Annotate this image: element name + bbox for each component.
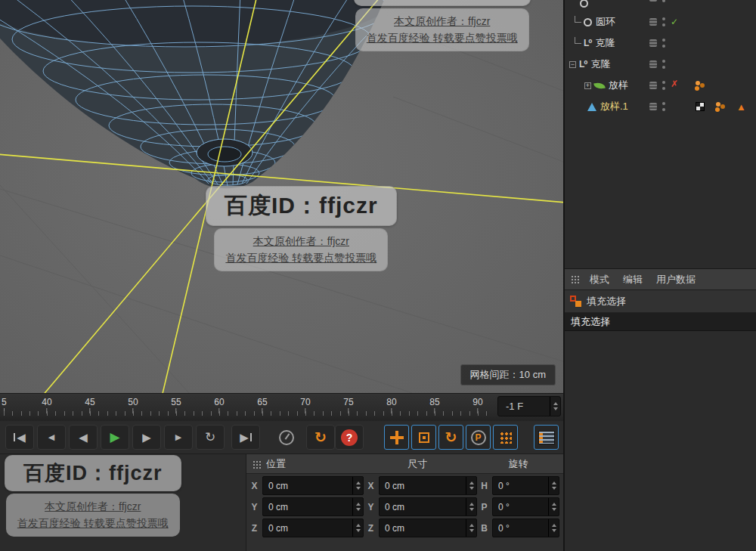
size-z-input[interactable]: 0 cm [379, 518, 477, 537]
collapse-icon[interactable]: − [569, 61, 576, 68]
tree-elbow [575, 16, 581, 23]
object-label: 放样.1 [600, 100, 628, 113]
stepper[interactable] [466, 498, 476, 515]
previous-key-button[interactable]: ◀ [37, 425, 66, 450]
c4d-window: 网格间距：10 cm 百度ID：ffjczr 本文原创作者：ffjczr 首发百… [0, 0, 756, 551]
stepper[interactable] [548, 498, 559, 515]
position-y-input[interactable]: 0 cm [262, 497, 364, 516]
playback-group: ◀ ◀ ◀ ▶ ▶ ▶ ↻ [5, 425, 225, 450]
key-rotation-button[interactable]: ↻ [438, 425, 463, 450]
viewport-3d[interactable]: 网格间距：10 cm [0, 0, 563, 393]
go-to-end-button[interactable]: ▶ [231, 425, 260, 450]
object-row-clone-2[interactable]: − L⁰ 克隆 [565, 54, 756, 75]
object-row-loft-1[interactable]: 放样.1 ▲ [565, 96, 756, 117]
dot-grid-icon [499, 431, 512, 444]
frame-value: -1 F [506, 401, 523, 412]
rotation-p-input[interactable]: 0 ° [492, 497, 559, 516]
fill-selection-row[interactable]: 填充选择 [565, 290, 756, 313]
visibility-dots[interactable] [662, 102, 665, 111]
previous-frame-button[interactable]: ◀ [69, 425, 98, 450]
current-frame-input[interactable]: -1 F [497, 396, 561, 416]
axis-label: X [367, 481, 375, 491]
panel-handle-icon [571, 275, 579, 283]
help-button[interactable]: ? [335, 425, 364, 450]
object-row-loft[interactable]: + 放样 ✗ [565, 75, 756, 96]
key-parameter-button[interactable]: P [466, 425, 491, 450]
axis-label: P [480, 502, 488, 512]
material-balls-icon[interactable] [716, 102, 720, 107]
timeline-ruler[interactable]: 5 40 45 50 55 60 65 70 75 80 85 90 [0, 393, 563, 421]
object-row-circle[interactable]: 圆环 ✓ [565, 11, 756, 33]
disabled-cross-icon[interactable]: ✗ [671, 79, 684, 92]
size-header: 尺寸 [361, 457, 473, 471]
play-button[interactable]: ▶ [101, 425, 129, 450]
object-label: 圆环 [596, 15, 615, 29]
fill-selection-label: 填充选择 [587, 295, 626, 308]
move-cross-icon [390, 431, 404, 444]
position-z-input[interactable]: 0 cm [262, 518, 364, 537]
loft-object-icon [587, 103, 596, 111]
layer-icon[interactable] [649, 60, 657, 68]
coordinates-header: 位置 尺寸 旋转 [246, 454, 563, 474]
loop-mode-button[interactable]: ↻ [196, 425, 225, 450]
key-position-button[interactable] [384, 425, 409, 450]
checkerboard-icon[interactable] [696, 102, 705, 111]
time-button[interactable] [272, 425, 301, 450]
layer-icon[interactable] [649, 82, 657, 89]
tab-edit[interactable]: 编辑 [623, 273, 643, 286]
stepper[interactable] [352, 519, 363, 537]
visibility-dots[interactable] [662, 17, 665, 26]
next-frame-button[interactable]: ▶ [132, 425, 161, 450]
tab-user-data[interactable]: 用户数据 [656, 273, 696, 286]
fill-selection-icon [570, 296, 581, 307]
material-tag [696, 81, 700, 90]
next-key-button[interactable]: ▶ [164, 425, 193, 450]
rotation-b-input[interactable]: 0 ° [492, 518, 559, 537]
object-row-clipped[interactable]: ✓ [565, 0, 756, 11]
minor-ticks [0, 411, 491, 416]
layer-icon[interactable] [649, 39, 657, 47]
stepper[interactable] [548, 477, 559, 494]
material-balls-icon[interactable] [696, 81, 700, 85]
coord-row-x: X 0 cm X 0 cm H 0 ° [250, 476, 559, 495]
key-point-level-button[interactable] [493, 425, 518, 450]
stepper[interactable] [466, 519, 476, 537]
position-x-input[interactable]: 0 cm [262, 476, 364, 495]
size-y-input[interactable]: 0 cm [379, 497, 477, 516]
key-scale-button[interactable] [411, 425, 436, 450]
stepper[interactable] [352, 498, 363, 515]
attribute-mode-bar: 模式 编辑 用户数据 [565, 269, 756, 290]
stepper[interactable] [352, 477, 363, 494]
coordinates-rows: X 0 cm X 0 cm H 0 ° Y 0 cm Y 0 cm P 0 ° … [246, 474, 563, 542]
bottom-left-panel [0, 453, 246, 551]
layer-icon[interactable] [649, 103, 657, 110]
stepper[interactable] [466, 477, 476, 494]
tab-mode[interactable]: 模式 [590, 273, 609, 286]
check-icon: ✓ [671, 17, 678, 27]
axis-label: Z [367, 523, 375, 534]
visibility-dots[interactable] [662, 39, 665, 48]
visibility-dots[interactable] [662, 60, 665, 69]
autokey-record-button[interactable]: ↻ [306, 425, 335, 450]
right-panel: ✓ 圆环 ✓ L⁰ 克隆 − L⁰ 克隆 [563, 0, 756, 551]
fill-selection-header[interactable]: 填充选择 [565, 313, 756, 331]
layer-icon[interactable] [649, 0, 657, 2]
object-manager: ✓ 圆环 ✓ L⁰ 克隆 − L⁰ 克隆 [565, 0, 756, 269]
axis-label: Y [250, 502, 259, 512]
rotation-h-input[interactable]: 0 ° [492, 476, 559, 495]
object-row-clone-1[interactable]: L⁰ 克隆 [565, 33, 756, 54]
layer-icon[interactable] [649, 18, 657, 26]
axis-label: B [480, 523, 488, 534]
coord-row-y: Y 0 cm Y 0 cm P 0 ° [250, 497, 559, 516]
visibility-dots[interactable] [662, 0, 665, 2]
stepper[interactable] [548, 519, 559, 537]
warning-tag[interactable]: ▲ [736, 101, 746, 113]
go-to-start-button[interactable]: ◀ [5, 425, 34, 450]
size-x-input[interactable]: 0 cm [379, 476, 477, 495]
check-icon: ✓ [671, 0, 678, 3]
visibility-dots[interactable] [662, 81, 665, 90]
timeline-window-button[interactable] [534, 425, 559, 450]
expand-icon[interactable]: + [584, 82, 591, 89]
frame-stepper[interactable] [550, 397, 560, 416]
texture-tag [696, 102, 705, 111]
